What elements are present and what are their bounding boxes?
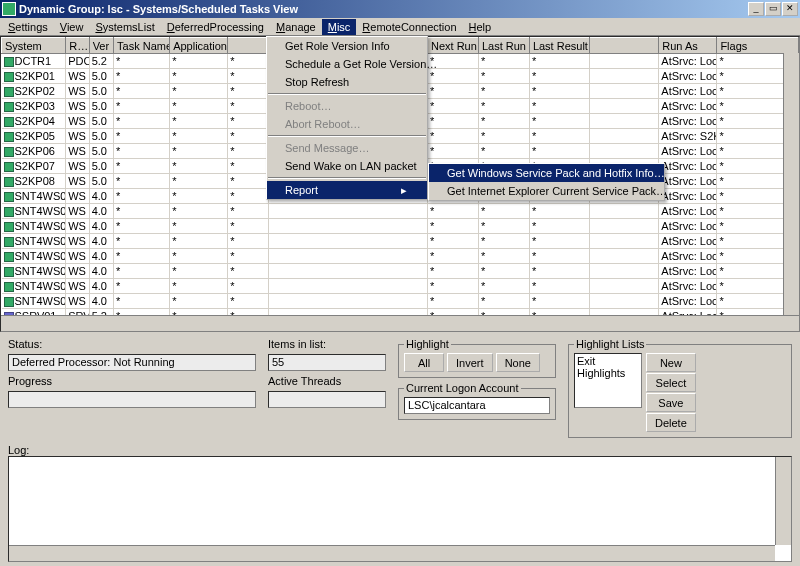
col-header[interactable] [590, 38, 659, 54]
log-hscroll[interactable] [9, 545, 775, 561]
menu-help[interactable]: Help [463, 19, 498, 35]
status-value: Deferred Processor: Not Running [8, 354, 256, 371]
col-header[interactable]: Ver [89, 38, 113, 54]
system-icon [4, 267, 14, 277]
highlight-invert-button[interactable]: Invert [447, 353, 493, 372]
menu-item[interactable]: Stop Refresh [267, 73, 427, 91]
items-value: 55 [268, 354, 386, 371]
items-label: Items in list: [268, 338, 386, 350]
system-icon [4, 162, 14, 172]
window-title: Dynamic Group: lsc - Systems/Scheduled T… [19, 3, 748, 15]
menubar: SettingsViewSystemsListDeferredProcessin… [0, 18, 800, 36]
col-header[interactable]: Last Result [529, 38, 589, 54]
system-icon [4, 177, 14, 187]
log-textarea[interactable] [8, 456, 792, 562]
system-icon [4, 147, 14, 157]
system-icon [4, 237, 14, 247]
col-header[interactable]: Run As [659, 38, 717, 54]
hl-select-button[interactable]: Select [646, 373, 696, 392]
system-icon [4, 57, 14, 67]
menu-view[interactable]: View [54, 19, 90, 35]
system-icon [4, 87, 14, 97]
hl-save-button[interactable]: Save [646, 393, 696, 412]
logon-value: LSC\jcalcantara [404, 397, 550, 414]
menu-remoteconnection[interactable]: RemoteConnection [356, 19, 462, 35]
menu-misc[interactable]: Misc [322, 19, 357, 35]
app-icon [2, 2, 16, 16]
logon-fieldset: Current Logon Account LSC\jcalcantara [398, 382, 556, 420]
menu-manage[interactable]: Manage [270, 19, 322, 35]
system-icon [4, 132, 14, 142]
menu-item: Send Message… [267, 139, 427, 157]
menu-item[interactable]: Send Wake on LAN packet [267, 157, 427, 175]
highlight-lists-fieldset: Highlight Lists Exit Highlights New Sele… [568, 338, 792, 438]
col-header[interactable] [228, 38, 269, 54]
highlight-none-button[interactable]: None [496, 353, 540, 372]
col-header[interactable]: R… [66, 38, 89, 54]
log-label: Log: [8, 444, 29, 456]
report-submenu[interactable]: Get Windows Service Pack and Hotfix Info… [428, 163, 665, 201]
hl-delete-button[interactable]: Delete [646, 413, 696, 432]
col-header[interactable]: Application [170, 38, 228, 54]
logon-legend: Current Logon Account [404, 382, 521, 394]
highlight-all-button[interactable]: All [404, 353, 444, 372]
system-icon [4, 192, 14, 202]
highlight-legend: Highlight [404, 338, 451, 350]
col-header[interactable]: Task Name [114, 38, 170, 54]
table-row[interactable]: SNT4WS03WS4.0******AtSrvc: Local…* [2, 219, 799, 234]
menu-item: Reboot… [267, 97, 427, 115]
table-row[interactable]: SNT4WS06WS4.0******AtSrvc: Local…* [2, 264, 799, 279]
menu-item[interactable]: Schedule a Get Role Version… [267, 55, 427, 73]
misc-menu-dropdown[interactable]: Get Role Version InfoSchedule a Get Role… [266, 36, 428, 200]
threads-value [268, 391, 386, 408]
system-icon [4, 207, 14, 217]
maximize-button[interactable]: ▭ [765, 2, 781, 16]
menu-item[interactable]: Report▸ [267, 181, 427, 199]
titlebar: Dynamic Group: lsc - Systems/Scheduled T… [0, 0, 800, 18]
highlight-lists-legend: Highlight Lists [574, 338, 646, 350]
col-header[interactable]: Next Run [427, 38, 478, 54]
close-button[interactable]: ✕ [782, 2, 798, 16]
highlight-lists-box[interactable]: Exit Highlights [574, 353, 642, 408]
table-row[interactable]: SNT4WS07WS4.0******AtSrvc: Local…* [2, 279, 799, 294]
table-row[interactable]: SNT4WS04WS4.0******AtSrvc: Local…* [2, 234, 799, 249]
col-header[interactable]: Flags [717, 38, 799, 54]
highlight-fieldset: Highlight All Invert None [398, 338, 556, 378]
system-icon [4, 102, 14, 112]
system-icon [4, 72, 14, 82]
table-row[interactable]: SNT4WS08WS4.0******AtSrvc: Local…* [2, 294, 799, 309]
hl-new-button[interactable]: New [646, 353, 696, 372]
menu-item: Abort Reboot… [267, 115, 427, 133]
vertical-scrollbar[interactable] [783, 53, 799, 315]
system-icon [4, 222, 14, 232]
menu-settings[interactable]: Settings [2, 19, 54, 35]
system-icon [4, 252, 14, 262]
status-panel: Status: Deferred Processor: Not Running … [0, 332, 800, 444]
status-label: Status: [8, 338, 256, 350]
submenu-item[interactable]: Get Windows Service Pack and Hotfix Info… [429, 164, 664, 182]
table-row[interactable]: SNT4WS05WS4.0******AtSrvc: Local…* [2, 249, 799, 264]
menu-item[interactable]: Get Role Version Info [267, 37, 427, 55]
log-vscroll[interactable] [775, 457, 791, 545]
system-icon [4, 297, 14, 307]
col-header[interactable]: System [2, 38, 66, 54]
minimize-button[interactable]: _ [748, 2, 764, 16]
col-header[interactable]: Last Run [478, 38, 529, 54]
progress-label: Progress [8, 375, 256, 387]
horizontal-scrollbar[interactable] [1, 315, 799, 331]
menu-deferredprocessing[interactable]: DeferredProcessing [161, 19, 270, 35]
menu-systemslist[interactable]: SystemsList [89, 19, 160, 35]
progress-value [8, 391, 256, 408]
submenu-item[interactable]: Get Internet Explorer Current Service Pa… [429, 182, 664, 200]
system-icon [4, 282, 14, 292]
table-row[interactable]: SNT4WS02WS4.0******AtSrvc: Local…* [2, 204, 799, 219]
system-icon [4, 117, 14, 127]
threads-label: Active Threads [268, 375, 386, 387]
